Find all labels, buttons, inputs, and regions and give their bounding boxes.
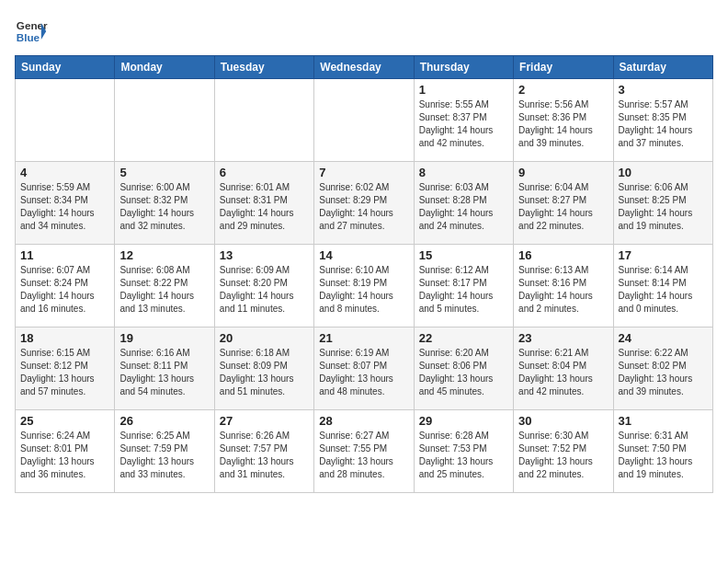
day-number: 22 [419, 331, 508, 345]
day-info: Sunrise: 6:06 AM Sunset: 8:25 PM Dayligh… [619, 181, 708, 233]
day-number: 17 [619, 248, 708, 262]
calendar-cell: 4Sunrise: 5:59 AM Sunset: 8:34 PM Daylig… [16, 162, 115, 245]
day-number: 7 [319, 166, 408, 179]
day-info: Sunrise: 6:21 AM Sunset: 8:04 PM Dayligh… [518, 347, 608, 398]
weekday-header: Monday [115, 56, 214, 79]
calendar-cell: 16Sunrise: 6:13 AM Sunset: 8:16 PM Dayli… [514, 245, 613, 327]
calendar-table: SundayMondayTuesdayWednesdayThursdayFrid… [15, 55, 713, 493]
day-number: 11 [20, 248, 109, 262]
day-number: 14 [319, 248, 408, 262]
calendar-cell [314, 79, 414, 162]
day-number: 19 [119, 331, 209, 345]
day-number: 25 [20, 414, 109, 428]
day-info: Sunrise: 6:27 AM Sunset: 7:55 PM Dayligh… [319, 430, 408, 481]
day-number: 13 [220, 248, 309, 262]
day-number: 20 [220, 331, 309, 345]
day-info: Sunrise: 6:16 AM Sunset: 8:11 PM Dayligh… [119, 347, 209, 398]
day-info: Sunrise: 6:26 AM Sunset: 7:57 PM Dayligh… [220, 430, 309, 481]
calendar-cell: 8Sunrise: 6:03 AM Sunset: 8:28 PM Daylig… [414, 162, 513, 245]
day-number: 6 [220, 166, 309, 179]
calendar-cell: 22Sunrise: 6:20 AM Sunset: 8:06 PM Dayli… [414, 327, 513, 410]
day-info: Sunrise: 5:56 AM Sunset: 8:36 PM Dayligh… [518, 98, 608, 150]
day-number: 28 [319, 414, 408, 428]
calendar-week-row: 18Sunrise: 6:15 AM Sunset: 8:12 PM Dayli… [16, 327, 713, 410]
calendar-week-row: 4Sunrise: 5:59 AM Sunset: 8:34 PM Daylig… [16, 162, 713, 245]
calendar-cell: 17Sunrise: 6:14 AM Sunset: 8:14 PM Dayli… [613, 245, 712, 327]
day-info: Sunrise: 6:08 AM Sunset: 8:22 PM Dayligh… [119, 264, 209, 316]
day-info: Sunrise: 6:14 AM Sunset: 8:14 PM Dayligh… [619, 264, 708, 316]
calendar-week-row: 25Sunrise: 6:24 AM Sunset: 8:01 PM Dayli… [16, 410, 713, 493]
svg-text:Blue: Blue [17, 31, 40, 43]
logo-icon: General Blue [15, 15, 48, 48]
day-info: Sunrise: 6:19 AM Sunset: 8:07 PM Dayligh… [319, 347, 408, 398]
calendar-cell: 18Sunrise: 6:15 AM Sunset: 8:12 PM Dayli… [16, 327, 115, 410]
calendar-cell: 5Sunrise: 6:00 AM Sunset: 8:32 PM Daylig… [115, 162, 214, 245]
day-info: Sunrise: 6:12 AM Sunset: 8:17 PM Dayligh… [419, 264, 508, 316]
day-info: Sunrise: 6:25 AM Sunset: 7:59 PM Dayligh… [119, 430, 209, 481]
calendar-cell: 1Sunrise: 5:55 AM Sunset: 8:37 PM Daylig… [414, 79, 513, 162]
day-info: Sunrise: 6:10 AM Sunset: 8:19 PM Dayligh… [319, 264, 408, 316]
calendar-cell: 30Sunrise: 6:30 AM Sunset: 7:52 PM Dayli… [514, 410, 613, 493]
weekday-header: Wednesday [314, 56, 414, 79]
day-info: Sunrise: 6:28 AM Sunset: 7:53 PM Dayligh… [419, 430, 508, 481]
weekday-header: Saturday [613, 56, 712, 79]
day-info: Sunrise: 6:09 AM Sunset: 8:20 PM Dayligh… [220, 264, 309, 316]
day-number: 31 [619, 414, 708, 428]
day-info: Sunrise: 6:00 AM Sunset: 8:32 PM Dayligh… [119, 181, 209, 233]
day-number: 18 [20, 331, 109, 345]
calendar-cell: 29Sunrise: 6:28 AM Sunset: 7:53 PM Dayli… [414, 410, 513, 493]
day-number: 15 [419, 248, 508, 262]
calendar-cell: 25Sunrise: 6:24 AM Sunset: 8:01 PM Dayli… [16, 410, 115, 493]
calendar-cell: 7Sunrise: 6:02 AM Sunset: 8:29 PM Daylig… [314, 162, 414, 245]
calendar-cell: 2Sunrise: 5:56 AM Sunset: 8:36 PM Daylig… [514, 79, 613, 162]
day-info: Sunrise: 6:13 AM Sunset: 8:16 PM Dayligh… [518, 264, 608, 316]
day-info: Sunrise: 6:15 AM Sunset: 8:12 PM Dayligh… [20, 347, 109, 398]
calendar-cell: 6Sunrise: 6:01 AM Sunset: 8:31 PM Daylig… [214, 162, 313, 245]
day-info: Sunrise: 5:55 AM Sunset: 8:37 PM Dayligh… [419, 98, 508, 150]
calendar-cell: 26Sunrise: 6:25 AM Sunset: 7:59 PM Dayli… [115, 410, 214, 493]
day-number: 4 [20, 166, 109, 179]
day-info: Sunrise: 6:22 AM Sunset: 8:02 PM Dayligh… [619, 347, 708, 398]
calendar-cell: 9Sunrise: 6:04 AM Sunset: 8:27 PM Daylig… [514, 162, 613, 245]
day-number: 26 [119, 414, 209, 428]
day-number: 3 [619, 83, 708, 97]
calendar-cell: 3Sunrise: 5:57 AM Sunset: 8:35 PM Daylig… [613, 79, 712, 162]
day-number: 9 [518, 166, 608, 179]
day-number: 23 [518, 331, 608, 345]
calendar-cell: 20Sunrise: 6:18 AM Sunset: 8:09 PM Dayli… [214, 327, 313, 410]
calendar-cell: 19Sunrise: 6:16 AM Sunset: 8:11 PM Dayli… [115, 327, 214, 410]
calendar-cell: 31Sunrise: 6:31 AM Sunset: 7:50 PM Dayli… [613, 410, 712, 493]
day-info: Sunrise: 6:02 AM Sunset: 8:29 PM Dayligh… [319, 181, 408, 233]
day-number: 1 [419, 83, 508, 97]
calendar-cell: 11Sunrise: 6:07 AM Sunset: 8:24 PM Dayli… [16, 245, 115, 327]
calendar-cell: 27Sunrise: 6:26 AM Sunset: 7:57 PM Dayli… [214, 410, 313, 493]
calendar-cell: 14Sunrise: 6:10 AM Sunset: 8:19 PM Dayli… [314, 245, 414, 327]
day-number: 2 [518, 83, 608, 97]
day-info: Sunrise: 6:30 AM Sunset: 7:52 PM Dayligh… [518, 430, 608, 481]
calendar-cell: 13Sunrise: 6:09 AM Sunset: 8:20 PM Dayli… [214, 245, 313, 327]
calendar-cell [16, 79, 115, 162]
calendar-cell: 12Sunrise: 6:08 AM Sunset: 8:22 PM Dayli… [115, 245, 214, 327]
day-info: Sunrise: 6:20 AM Sunset: 8:06 PM Dayligh… [419, 347, 508, 398]
day-info: Sunrise: 5:57 AM Sunset: 8:35 PM Dayligh… [619, 98, 708, 150]
day-info: Sunrise: 6:24 AM Sunset: 8:01 PM Dayligh… [20, 430, 109, 481]
day-info: Sunrise: 6:01 AM Sunset: 8:31 PM Dayligh… [220, 181, 309, 233]
calendar-cell: 21Sunrise: 6:19 AM Sunset: 8:07 PM Dayli… [314, 327, 414, 410]
day-info: Sunrise: 6:07 AM Sunset: 8:24 PM Dayligh… [20, 264, 109, 316]
weekday-header: Thursday [414, 56, 513, 79]
day-info: Sunrise: 5:59 AM Sunset: 8:34 PM Dayligh… [20, 181, 109, 233]
day-info: Sunrise: 6:31 AM Sunset: 7:50 PM Dayligh… [619, 430, 708, 481]
day-number: 24 [619, 331, 708, 345]
page-header: General Blue [15, 15, 713, 48]
calendar-cell: 23Sunrise: 6:21 AM Sunset: 8:04 PM Dayli… [514, 327, 613, 410]
weekday-header: Tuesday [214, 56, 313, 79]
day-info: Sunrise: 6:18 AM Sunset: 8:09 PM Dayligh… [220, 347, 309, 398]
calendar-week-row: 1Sunrise: 5:55 AM Sunset: 8:37 PM Daylig… [16, 79, 713, 162]
calendar-cell [115, 79, 214, 162]
day-number: 29 [419, 414, 508, 428]
day-number: 12 [119, 248, 209, 262]
calendar-cell: 24Sunrise: 6:22 AM Sunset: 8:02 PM Dayli… [613, 327, 712, 410]
calendar-header-row: SundayMondayTuesdayWednesdayThursdayFrid… [16, 56, 713, 79]
calendar-cell [214, 79, 313, 162]
day-number: 27 [220, 414, 309, 428]
